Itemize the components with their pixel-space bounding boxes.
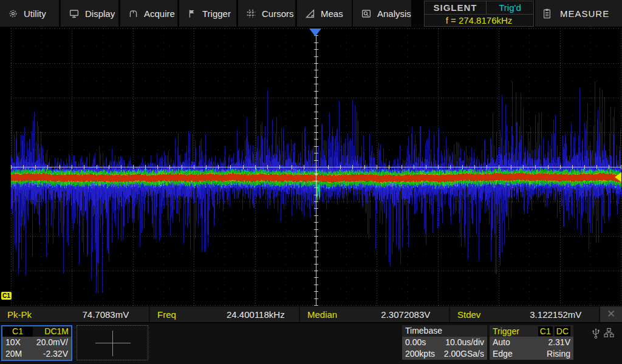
menu-trigger[interactable]: Trigger (179, 0, 236, 27)
measure-ruler-icon (305, 8, 315, 19)
timebase-delay: 0.00s (405, 337, 426, 348)
measurement-value: 24.400118kHz (213, 309, 299, 320)
add-channel-placeholder[interactable] (77, 325, 148, 360)
menu-meas[interactable]: Meas (297, 0, 352, 27)
lan-icon (604, 328, 614, 338)
display-icon (69, 8, 80, 19)
trigger-flag-icon (187, 8, 197, 19)
top-menu-bar: Utility Display Acquire Trigger (0, 0, 622, 27)
menu-cursors-label: Cursors (262, 8, 294, 19)
active-menu-title[interactable]: MEASURE (535, 0, 622, 27)
menu-utility[interactable]: Utility (0, 0, 59, 27)
close-measurements-button[interactable]: ✕ (600, 306, 622, 322)
menu-utility-label: Utility (24, 8, 46, 19)
trigger-mode: Auto (493, 337, 510, 348)
plus-icon (112, 331, 113, 356)
channel1-descriptor-box[interactable]: C1 DC1M 10X 20.0mV/ 20M -2.32V (1, 325, 72, 361)
menu-analysis-label: Analysis (377, 8, 411, 19)
menu-cursors[interactable]: Cursors (238, 0, 295, 27)
measurement-label: Pk-Pk (0, 309, 63, 320)
menu-meas-label: Meas (321, 8, 343, 19)
trigger-title: Trigger (493, 326, 536, 336)
measurement-median[interactable]: Median 2.3072083V (300, 306, 449, 322)
channel1-coupling: DC1M (33, 326, 71, 337)
usb-icon (592, 328, 600, 339)
siglent-logo: SIGLENT (425, 1, 487, 14)
oscilloscope-screen: Utility Display Acquire Trigger (0, 0, 622, 364)
timebase-memory: 200kpts (405, 348, 435, 360)
active-menu-label: MEASURE (560, 8, 609, 19)
channel1-ground-marker[interactable]: C1 (1, 292, 12, 300)
measurement-label: Median (300, 309, 363, 320)
cursors-icon (246, 8, 256, 19)
trigger-coupling: DC (555, 326, 570, 336)
clipboard-icon (542, 8, 552, 19)
measurement-value: 74.7083mV (63, 309, 149, 320)
trigger-level-marker[interactable] (615, 172, 621, 182)
timebase-scale: 10.0us/div (445, 337, 484, 348)
measurement-label: Freq (150, 309, 213, 320)
waveform-display[interactable] (0, 28, 622, 306)
gear-icon (8, 8, 18, 19)
measurement-value: 2.3072083V (363, 309, 449, 320)
timebase-samplerate: 2.00GSa/s (444, 348, 484, 360)
acquire-arch-icon (128, 8, 138, 19)
trigger-level: 2.31V (548, 337, 570, 348)
measurement-freq[interactable]: Freq 24.400118kHz (150, 306, 299, 322)
status-icons (592, 328, 614, 339)
channel1-offset: -2.32V (43, 348, 68, 360)
menu-analysis[interactable]: Analysis (353, 0, 411, 27)
menu-acquire[interactable]: Acquire (120, 0, 177, 27)
channel1-bandwidth: 20M (5, 348, 22, 360)
trigger-position-marker[interactable] (309, 29, 321, 36)
measurement-pkpk[interactable]: Pk-Pk 74.7083mV (0, 306, 149, 322)
channel1-attenuation: 10X (5, 337, 21, 348)
plus-icon (95, 343, 131, 343)
channel1-name: C1 (2, 326, 33, 337)
bottom-status-bar: C1 DC1M 10X 20.0mV/ 20M -2.32V Timebase … (0, 323, 622, 364)
trigger-status: Trig'd (487, 1, 533, 14)
trigger-descriptor-box[interactable]: Trigger C1 DC Auto 2.31V Edge Rising (490, 325, 573, 361)
timebase-title: Timebase (402, 325, 487, 337)
menu-acquire-label: Acquire (144, 8, 175, 19)
measurement-label: Stdev (450, 309, 513, 320)
trigger-source: C1 (538, 326, 553, 336)
menu-display-label: Display (85, 8, 115, 19)
measurement-value: 3.122152mV (513, 309, 599, 320)
measurement-stdev[interactable]: Stdev 3.122152mV (450, 306, 599, 322)
menu-display[interactable]: Display (61, 0, 118, 27)
close-icon: ✕ (607, 308, 615, 320)
trigger-type: Edge (493, 348, 513, 360)
trigger-status-panel: SIGLENT Trig'd f = 274.8176kHz (424, 1, 534, 27)
trigger-frequency-readout: f = 274.8176kHz (425, 15, 533, 27)
channel1-scale: 20.0mV/ (36, 337, 68, 348)
analysis-icon (361, 8, 372, 19)
trigger-slope: Rising (547, 348, 570, 360)
measurement-bar: Pk-Pk 74.7083mV Freq 24.400118kHz Median… (0, 306, 622, 322)
menu-trigger-label: Trigger (202, 8, 231, 19)
timebase-descriptor-box[interactable]: Timebase 0.00s 10.0us/div 200kpts 2.00GS… (402, 325, 487, 361)
